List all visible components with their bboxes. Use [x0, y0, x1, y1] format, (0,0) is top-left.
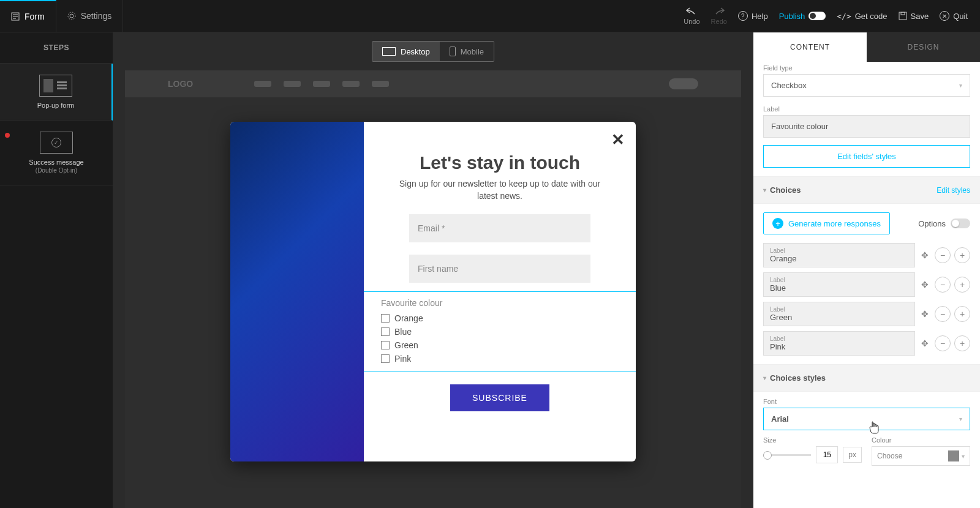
label-input[interactable]: [763, 115, 970, 138]
redo-button[interactable]: Redo: [711, 7, 727, 25]
checkbox-icon: [381, 341, 390, 349]
switch-icon[interactable]: [951, 219, 970, 228]
tab-settings[interactable]: Settings: [56, 0, 124, 32]
choice-mini-label: Label: [770, 335, 908, 342]
size-input[interactable]: [816, 446, 838, 463]
favourite-colour-field[interactable]: Favourite colour Orange Blue Green Pink: [364, 291, 636, 372]
choice-input[interactable]: LabelBlue: [763, 272, 915, 297]
publish-button[interactable]: Publish: [779, 12, 826, 21]
chevron-down-icon: ▾: [959, 82, 962, 89]
choice-input[interactable]: LabelPink: [763, 331, 915, 356]
generate-label: Generate more responses: [788, 219, 881, 228]
tab-form[interactable]: Form: [0, 0, 56, 32]
code-icon: </>: [837, 12, 851, 21]
choice-mini-label: Label: [770, 247, 908, 254]
save-icon: [899, 12, 907, 20]
option-label: Orange: [394, 313, 423, 323]
save-label: Save: [911, 12, 929, 21]
desktop-icon: [382, 47, 396, 56]
undo-button[interactable]: Undo: [684, 7, 699, 25]
options-toggle[interactable]: Options: [918, 219, 970, 228]
font-select[interactable]: Arial ▾: [763, 408, 970, 430]
size-group: Size px: [763, 436, 862, 466]
step-success-message[interactable]: Success message (Double Opt-in): [0, 121, 113, 185]
nav-placeholder: [284, 81, 301, 87]
px-label: px: [843, 447, 862, 463]
device-mobile-button[interactable]: Mobile: [440, 42, 494, 61]
save-button[interactable]: Save: [899, 12, 929, 21]
edit-fields-styles-button[interactable]: Edit fields' styles: [763, 145, 970, 168]
svg-rect-7: [901, 12, 905, 15]
drag-handle-icon[interactable]: ✥: [919, 338, 931, 348]
tab-design[interactable]: DESIGN: [867, 32, 980, 62]
nav-placeholder: [254, 81, 271, 87]
undo-icon: [686, 7, 697, 15]
panel-tabs: CONTENT DESIGN: [753, 32, 980, 62]
add-choice-button[interactable]: +: [954, 335, 970, 351]
alert-dot-icon: [5, 133, 10, 138]
tab-form-label: Form: [24, 12, 45, 21]
canvas: Desktop Mobile LOGO: [113, 32, 753, 508]
svg-point-4: [70, 14, 74, 18]
publish-toggle[interactable]: [809, 12, 826, 20]
step-success-sub: (Double Opt-in): [6, 167, 107, 174]
drag-handle-icon[interactable]: ✥: [919, 250, 931, 260]
firstname-field[interactable]: [409, 255, 590, 283]
tab-content[interactable]: CONTENT: [753, 32, 867, 62]
right-panel: CONTENT DESIGN Field type Checkbox ▾ Lab…: [753, 32, 980, 508]
stage-header: LOGO: [125, 70, 741, 97]
choice-input[interactable]: LabelGreen: [763, 302, 915, 326]
option-label: Blue: [394, 327, 412, 337]
remove-choice-button[interactable]: −: [935, 335, 951, 351]
colour-value: Choose: [877, 452, 902, 460]
help-button[interactable]: ? Help: [738, 11, 768, 21]
choice-row: LabelOrange ✥ − +: [763, 243, 970, 267]
popup-close-button[interactable]: ✕: [611, 130, 625, 149]
favourite-colour-label: Favourite colour: [381, 298, 636, 308]
get-code-button[interactable]: </> Get code: [837, 12, 887, 21]
add-choice-button[interactable]: +: [954, 306, 970, 322]
popup-subtitle[interactable]: Sign up for our newsletter to keep up to…: [388, 178, 611, 202]
device-desktop-button[interactable]: Desktop: [372, 42, 440, 61]
add-choice-button[interactable]: +: [954, 277, 970, 293]
quit-label: Quit: [953, 12, 968, 21]
drag-handle-icon[interactable]: ✥: [919, 280, 931, 289]
subscribe-button[interactable]: SUBSCRIBE: [450, 384, 549, 411]
size-control: px: [763, 446, 862, 463]
email-field[interactable]: [409, 214, 590, 242]
edit-styles-link[interactable]: Edit styles: [937, 186, 970, 195]
choices-styles-section-header[interactable]: ▾Choices styles: [753, 364, 980, 392]
remove-choice-button[interactable]: −: [935, 306, 951, 322]
remove-choice-button[interactable]: −: [935, 247, 951, 263]
checkbox-option[interactable]: Pink: [381, 352, 636, 365]
choice-row: LabelPink ✥ − +: [763, 331, 970, 356]
checkbox-option[interactable]: Green: [381, 338, 636, 352]
step-popup-form[interactable]: Pop-up form: [0, 64, 113, 121]
field-type-label: Field type: [763, 64, 970, 72]
generate-responses-button[interactable]: + Generate more responses: [763, 212, 890, 234]
font-label: Font: [763, 398, 970, 405]
popup[interactable]: ✕ Let's stay in touch Sign up for our ne…: [230, 122, 636, 461]
choice-value: Orange: [770, 254, 908, 263]
colour-control[interactable]: Choose ▾: [872, 446, 970, 466]
checkbox-option[interactable]: Blue: [381, 325, 636, 338]
panel-body[interactable]: Field type Checkbox ▾ Label Edit fields'…: [753, 62, 980, 508]
gear-icon: [67, 12, 76, 20]
field-type-select[interactable]: Checkbox ▾: [763, 74, 970, 97]
choice-mini-label: Label: [770, 306, 908, 313]
remove-choice-button[interactable]: −: [935, 277, 951, 293]
size-slider[interactable]: [763, 454, 811, 456]
choice-value: Green: [770, 313, 908, 322]
choice-input[interactable]: LabelOrange: [763, 243, 915, 267]
popup-title[interactable]: Let's stay in touch: [388, 152, 611, 173]
choices-section-header[interactable]: ▾Choices Edit styles: [753, 176, 980, 204]
add-choice-button[interactable]: +: [954, 247, 970, 263]
checkbox-option[interactable]: Orange: [381, 312, 636, 325]
stage-body: ✕ Let's stay in touch Sign up for our ne…: [125, 97, 741, 508]
quit-button[interactable]: ✕ Quit: [940, 11, 968, 21]
drag-handle-icon[interactable]: ✥: [919, 309, 931, 319]
svg-point-5: [68, 12, 75, 20]
success-message-icon: [40, 132, 73, 154]
field-type-value: Checkbox: [771, 81, 807, 90]
font-value: Arial: [771, 414, 789, 424]
